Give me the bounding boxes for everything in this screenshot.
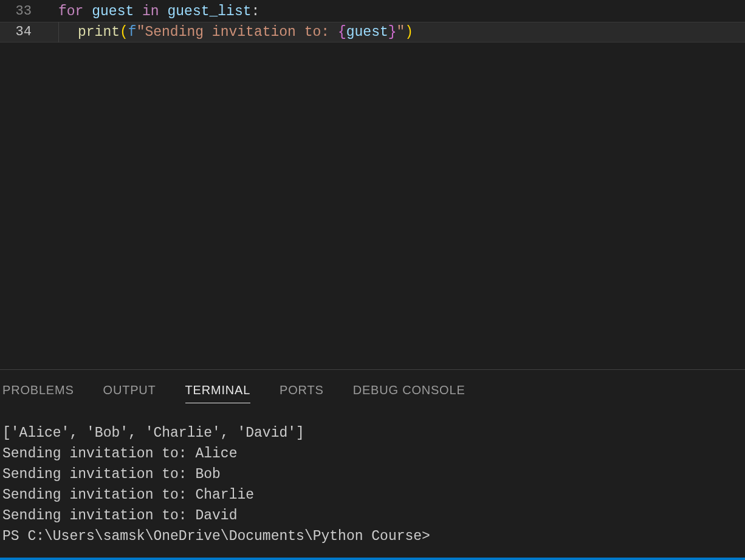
line-number: 33 — [0, 1, 32, 22]
bottom-panel: PROBLEMS OUTPUT TERMINAL PORTS DEBUG CON… — [0, 369, 745, 560]
keyword-in: in — [142, 4, 159, 19]
panel-tab-bar: PROBLEMS OUTPUT TERMINAL PORTS DEBUG CON… — [0, 370, 745, 409]
terminal-line: ['Alice', 'Bob', 'Charlie', 'David'] — [2, 423, 743, 443]
function-print: print — [78, 24, 120, 40]
fstring-prefix: f — [128, 24, 137, 40]
code-line[interactable]: 33 for guest in guest_list: — [0, 1, 745, 22]
space — [83, 4, 92, 19]
variable-guest: guest — [92, 4, 134, 19]
space — [159, 4, 168, 19]
code-content[interactable]: print(f"Sending invitation to: {guest}") — [32, 22, 413, 43]
terminal-prompt[interactable]: PS C:\Users\samsk\OneDrive\Documents\Pyt… — [2, 528, 430, 544]
terminal-output[interactable]: ['Alice', 'Bob', 'Charlie', 'David']Send… — [0, 409, 745, 560]
brace-close: } — [388, 24, 397, 40]
code-editor[interactable]: 33 for guest in guest_list: 34 print(f"S… — [0, 0, 745, 369]
tab-output[interactable]: OUTPUT — [103, 381, 156, 403]
line-number: 34 — [0, 22, 32, 43]
keyword-for: for — [58, 4, 83, 19]
code-content[interactable]: for guest in guest_list: — [32, 1, 259, 22]
variable-guest-list: guest_list — [167, 4, 251, 19]
string-quote: " — [137, 24, 145, 40]
string-literal: Sending invitation to: — [145, 24, 337, 40]
brace-open: { — [338, 24, 346, 40]
terminal-line: Sending invitation to: Bob — [2, 464, 743, 485]
tab-problems[interactable]: PROBLEMS — [2, 381, 74, 403]
terminal-line: Sending invitation to: David — [2, 505, 743, 526]
string-quote: " — [397, 24, 405, 40]
tab-ports[interactable]: PORTS — [280, 381, 324, 403]
variable-guest: guest — [346, 24, 388, 40]
space — [134, 4, 142, 19]
indent-guide — [58, 22, 59, 43]
colon: : — [252, 4, 260, 19]
tab-debug-console[interactable]: DEBUG CONSOLE — [353, 381, 465, 403]
status-bar[interactable] — [0, 558, 745, 560]
terminal-line: Sending invitation to: Charlie — [2, 485, 743, 505]
paren-open: ( — [120, 24, 128, 40]
paren-close: ) — [405, 24, 413, 40]
code-line[interactable]: 34 print(f"Sending invitation to: {guest… — [0, 22, 745, 43]
tab-terminal[interactable]: TERMINAL — [185, 381, 251, 403]
terminal-line: Sending invitation to: Alice — [2, 443, 743, 464]
